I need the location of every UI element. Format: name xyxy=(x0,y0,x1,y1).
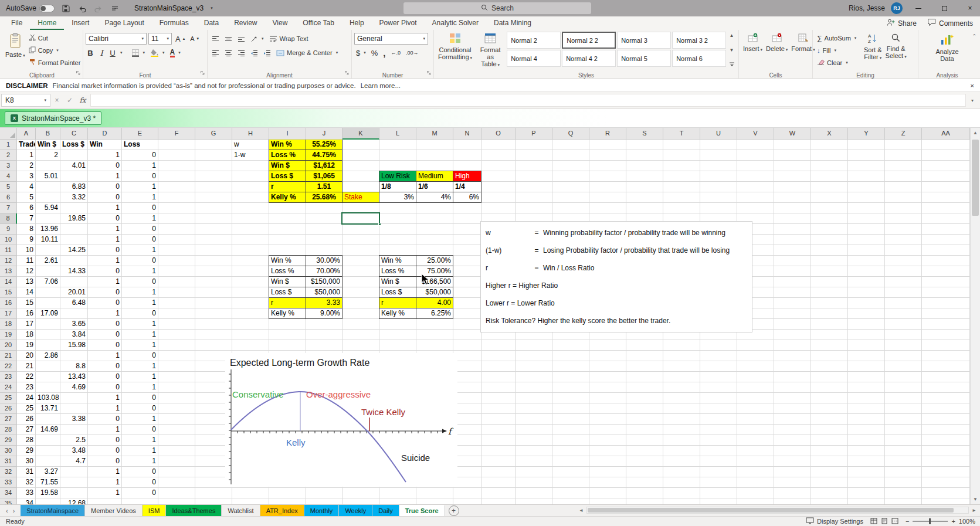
row-header-15[interactable]: 15 xyxy=(0,287,17,298)
number-dialog-launcher[interactable] xyxy=(426,67,432,78)
cell-D27[interactable]: 0 xyxy=(88,414,121,424)
row-header-25[interactable]: 25 xyxy=(0,393,17,403)
borders-button[interactable]: ▾ xyxy=(130,47,147,59)
column-header-AA[interactable]: AA xyxy=(922,128,970,140)
ribbon-tab-review[interactable]: Review xyxy=(226,16,265,30)
cell-M12[interactable]: 25.00% xyxy=(416,255,453,266)
analyze-data-button[interactable]: AnalyzeData xyxy=(921,32,974,63)
cell-L5[interactable]: 1/8 xyxy=(379,181,416,192)
cell-D26[interactable]: 1 xyxy=(88,403,121,413)
cell-C27[interactable]: 3.38 xyxy=(60,414,87,424)
column-header-L[interactable]: L xyxy=(379,128,416,140)
sheet-tab-true-score[interactable]: True Score xyxy=(399,505,445,516)
cell-I15[interactable]: Loss $ xyxy=(269,287,306,298)
gallery-down-icon[interactable]: ▼ xyxy=(730,47,734,53)
cell-E6[interactable]: 1 xyxy=(122,192,158,202)
fill-button[interactable]: ↓Fill▾ xyxy=(815,44,862,56)
cell-A29[interactable]: 28 xyxy=(17,435,35,445)
page-break-view-icon[interactable] xyxy=(891,518,898,525)
title-chevron-icon[interactable]: ▾ xyxy=(211,6,213,11)
cell-I17[interactable]: Kelly % xyxy=(269,308,306,319)
cell-J1[interactable]: 55.25% xyxy=(306,140,343,150)
column-header-J[interactable]: J xyxy=(306,128,343,140)
ribbon-tab-page-layout[interactable]: Page Layout xyxy=(97,16,151,30)
scroll-left-icon[interactable]: ◄ xyxy=(576,508,586,513)
page-layout-view-icon[interactable] xyxy=(881,518,888,525)
cell-J12[interactable]: 30.00% xyxy=(306,255,343,266)
cell-C29[interactable]: 2.5 xyxy=(60,435,87,445)
delete-cells-button[interactable]: Delete▾ xyxy=(764,32,789,55)
autosum-button[interactable]: ∑AutoSum▾ xyxy=(815,32,862,44)
cell-C19[interactable]: 3.84 xyxy=(60,330,87,340)
minimize-button[interactable] xyxy=(908,0,928,16)
cell-C16[interactable]: 6.48 xyxy=(60,298,87,308)
row-header-17[interactable]: 17 xyxy=(0,308,17,319)
ribbon-tab-data[interactable]: Data xyxy=(196,16,226,30)
cell-J5[interactable]: 1.51 xyxy=(306,181,343,192)
vertical-scroll-thumb[interactable] xyxy=(972,140,979,216)
column-header-W[interactable]: W xyxy=(774,128,811,140)
cell-E5[interactable]: 1 xyxy=(122,182,158,192)
cell-B33[interactable]: 71.55 xyxy=(36,477,60,487)
wrap-text-button[interactable]: Wrap Text xyxy=(267,33,310,45)
kelly-note-box[interactable]: w=Winning probability factor / probabili… xyxy=(480,221,752,332)
row-header-20[interactable]: 20 xyxy=(0,340,17,351)
cell-I6[interactable]: Kelly % xyxy=(269,192,306,203)
column-header-R[interactable]: R xyxy=(589,128,626,140)
formula-input[interactable] xyxy=(90,94,966,107)
cell-C35[interactable]: 12.68 xyxy=(60,498,87,504)
cell-A6[interactable]: 5 xyxy=(17,192,35,202)
cell-A1[interactable]: Trade xyxy=(17,140,35,150)
align-right-icon[interactable] xyxy=(236,47,247,59)
row-header-9[interactable]: 9 xyxy=(0,224,17,235)
zoom-slider[interactable] xyxy=(913,521,948,522)
format-painter-button[interactable]: Format Painter xyxy=(27,56,83,69)
cell-A26[interactable]: 25 xyxy=(17,403,35,413)
sort-filter-button[interactable]: AZ Sort &Filter▾ xyxy=(862,32,884,69)
scroll-down-icon[interactable]: ▼ xyxy=(971,494,980,504)
cell-B2[interactable]: 2 xyxy=(36,150,60,160)
collapse-ribbon-icon[interactable]: ⌃ xyxy=(972,33,976,39)
cell-N6[interactable]: 6% xyxy=(453,192,481,203)
ribbon-tab-analytic-solver[interactable]: Analytic Solver xyxy=(425,16,486,30)
cell-D10[interactable]: 1 xyxy=(88,235,121,245)
sheet-tab-ideas-themes[interactable]: Ideas&Themes xyxy=(166,505,222,516)
cell-M6[interactable]: 4% xyxy=(416,192,453,203)
row-header-4[interactable]: 4 xyxy=(0,171,17,182)
row-header-35[interactable]: 35 xyxy=(0,498,17,504)
cell-I13[interactable]: Loss % xyxy=(269,266,306,277)
cell-D13[interactable]: 0 xyxy=(88,266,121,276)
column-header-I[interactable]: I xyxy=(269,128,306,140)
formula-bar-expand-icon[interactable]: ▾ xyxy=(966,98,979,103)
cell-E16[interactable]: 1 xyxy=(122,298,158,308)
cell-A33[interactable]: 32 xyxy=(17,477,35,487)
row-header-14[interactable]: 14 xyxy=(0,277,17,287)
ribbon-tab-power-pivot[interactable]: Power Pivot xyxy=(372,16,425,30)
row-header-11[interactable]: 11 xyxy=(0,245,17,256)
cell-E30[interactable]: 1 xyxy=(122,446,158,456)
row-header-8[interactable]: 8 xyxy=(0,213,17,224)
row-header-32[interactable]: 32 xyxy=(0,467,17,477)
merge-center-button[interactable]: Merge & Center▾ xyxy=(274,47,340,59)
cell-D28[interactable]: 1 xyxy=(88,425,121,435)
cell-A5[interactable]: 4 xyxy=(17,182,35,192)
cell-B7[interactable]: 5.94 xyxy=(36,203,60,213)
cell-C8[interactable]: 19.85 xyxy=(60,213,87,223)
cell-C11[interactable]: 14.25 xyxy=(60,245,87,255)
paste-button[interactable]: Paste▾ xyxy=(4,32,27,69)
cell-A9[interactable]: 8 xyxy=(17,224,35,234)
decrease-indent-icon[interactable] xyxy=(249,47,260,59)
user-name[interactable]: Rios, Jesse xyxy=(849,4,885,12)
cell-B9[interactable]: 13.96 xyxy=(36,224,60,234)
cell-D12[interactable]: 1 xyxy=(88,256,121,266)
cell-J13[interactable]: 70.00% xyxy=(306,266,343,277)
cell-E25[interactable]: 0 xyxy=(122,393,158,403)
style-option-normal-2[interactable]: Normal 2 xyxy=(507,32,561,49)
cell-L12[interactable]: Win % xyxy=(379,255,416,266)
ribbon-tab-insert[interactable]: Insert xyxy=(64,16,97,30)
zoom-out-icon[interactable]: − xyxy=(906,518,909,525)
cell-E2[interactable]: 0 xyxy=(122,150,158,160)
ribbon-tab-view[interactable]: View xyxy=(265,16,296,30)
find-select-button[interactable]: Find &Select▾ xyxy=(884,32,908,69)
cell-E19[interactable]: 1 xyxy=(122,330,158,340)
